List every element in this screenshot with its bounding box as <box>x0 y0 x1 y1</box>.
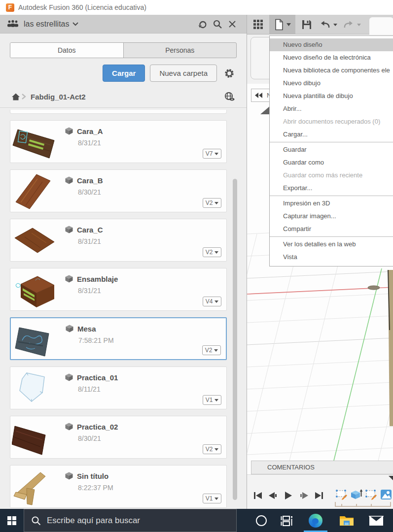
new-folder-button[interactable]: Nueva carpeta <box>150 65 217 82</box>
component-cube-icon <box>65 274 73 283</box>
component-cube-icon <box>65 422 73 431</box>
settings-gear-icon[interactable] <box>222 66 237 81</box>
close-icon[interactable] <box>225 17 240 32</box>
cortana-icon <box>256 515 267 526</box>
data-panel: las estrellitas Datos Personas Cargar <box>0 15 247 509</box>
breadcrumb-chevron-icon <box>21 93 27 100</box>
edge-browser-button[interactable] <box>306 509 325 532</box>
timeline-end-marker <box>389 476 393 483</box>
menu-item-open-recovered: Abrir documentos recuperados (0) <box>270 115 393 128</box>
list-item[interactable]: Practica_01 8/11/21 V1 <box>10 366 227 409</box>
timeline-go-start-button[interactable] <box>252 490 264 501</box>
version-dropdown[interactable]: V2 <box>202 345 221 355</box>
timeline-play-button[interactable] <box>283 490 294 501</box>
version-dropdown[interactable]: V2 <box>203 444 221 454</box>
search-icon[interactable] <box>210 17 225 32</box>
team-name[interactable]: las estrellitas <box>24 20 69 29</box>
panel-tabs: Datos Personas <box>10 42 237 58</box>
list-item[interactable]: Cara_B 8/30/21 V2 <box>10 169 227 212</box>
home-icon[interactable] <box>11 92 21 101</box>
menu-item-upload[interactable]: Cargar... <box>270 128 393 141</box>
caret-down-icon <box>214 448 218 451</box>
cortana-button[interactable] <box>251 509 271 532</box>
menu-separator <box>270 142 393 142</box>
timeline-go-end-button[interactable] <box>313 490 325 501</box>
item-thumbnail <box>11 318 58 359</box>
chevron-down-icon[interactable] <box>72 22 79 26</box>
component-cube-icon <box>65 225 73 234</box>
caret-down-icon <box>214 153 218 155</box>
timeline-extrude-feature-icon[interactable] <box>351 489 362 500</box>
menu-item-save-as[interactable]: Guardar como <box>270 156 393 169</box>
list-item[interactable]: Ensamblaje 8/31/21 V4 <box>10 268 227 311</box>
task-view-button[interactable] <box>277 509 297 532</box>
taskbar-search[interactable]: Escribe aquí para buscar <box>24 509 237 532</box>
caret-down-icon <box>214 349 218 352</box>
item-name: Practica_01 <box>77 373 118 382</box>
data-panel-header: las estrellitas <box>0 15 247 33</box>
menu-item-save[interactable]: Guardar <box>270 143 393 156</box>
version-dropdown[interactable]: V1 <box>203 494 221 503</box>
mail-button[interactable] <box>366 509 386 532</box>
list-item[interactable]: Cara_A 8/31/21 V7 <box>10 120 227 163</box>
menu-item-new-drawing-template[interactable]: Nueva plantilla de dibujo <box>270 90 393 102</box>
title-bar: F Autodesk Fusion 360 (Licencia educativ… <box>0 0 393 15</box>
tab-datos[interactable]: Datos <box>10 43 124 58</box>
scrollbar-thumb[interactable] <box>233 179 237 500</box>
timeline-group-bracket <box>335 501 392 507</box>
item-thumbnail <box>10 170 58 212</box>
list-item[interactable]: Sin título 8:22:37 PM V1 <box>10 465 227 508</box>
upload-button[interactable]: Cargar <box>103 65 145 82</box>
version-dropdown[interactable]: V2 <box>203 247 221 257</box>
menu-item-open[interactable]: Abrir... <box>270 102 393 115</box>
tab-personas[interactable]: Personas <box>124 43 237 58</box>
item-thumbnail <box>10 416 58 458</box>
origin-marker <box>368 286 380 290</box>
comments-bar[interactable]: COMENTARIOS <box>251 461 393 474</box>
file-explorer-button[interactable] <box>337 509 357 532</box>
item-date: 8/30/21 <box>78 434 221 442</box>
component-cube-icon <box>65 373 73 382</box>
folder-icon <box>339 514 354 527</box>
timeline-sketch-feature-icon[interactable] <box>365 489 377 500</box>
timeline-sketch-feature-icon[interactable] <box>336 489 348 500</box>
refresh-icon[interactable] <box>195 17 210 32</box>
start-button[interactable] <box>0 509 24 532</box>
menu-item-view-details-web[interactable]: Ver los detalles en la web <box>270 238 393 251</box>
item-thumbnail <box>10 268 58 310</box>
menu-item-new-component-library[interactable]: Nueva biblioteca de componentes ele <box>270 64 393 77</box>
timeline-canvas-feature-icon[interactable] <box>380 489 392 500</box>
component-cube-icon <box>65 176 73 185</box>
mail-icon <box>369 515 384 527</box>
version-dropdown[interactable]: V4 <box>203 297 221 306</box>
window-title: Autodesk Fusion 360 (Licencia educativa) <box>18 3 146 11</box>
version-dropdown[interactable]: V2 <box>203 198 221 208</box>
breadcrumb-folder[interactable]: Fabdig_01-Act2 <box>31 93 86 101</box>
menu-item-view[interactable]: Vista <box>270 251 393 264</box>
web-globe-icon[interactable] <box>224 92 236 101</box>
canvas-region: N Nuevo diseño Nuevo diseño de la electr… <box>247 15 393 509</box>
timeline-step-back-button[interactable] <box>267 490 279 501</box>
menu-item-capture-image[interactable]: Capturar imagen... <box>270 210 393 223</box>
list-item-selected[interactable]: Mesa 7:58:21 PM V2 <box>10 317 227 360</box>
version-dropdown[interactable]: V1 <box>203 395 221 405</box>
version-dropdown[interactable]: V7 <box>203 149 221 159</box>
menu-item-new-design[interactable]: Nuevo diseño <box>270 38 393 51</box>
timeline-bar <box>247 474 393 509</box>
file-menu: Nuevo diseño Nuevo diseño de la electrón… <box>269 35 393 266</box>
windows-taskbar: Escribe aquí para buscar <box>0 509 393 532</box>
partial-list-item[interactable] <box>10 110 227 114</box>
menu-item-export[interactable]: Exportar... <box>270 182 393 195</box>
menu-item-new-electronics-design[interactable]: Nuevo diseño de la electrónica <box>270 51 393 64</box>
y-axis-green <box>334 268 382 461</box>
menu-item-new-drawing[interactable]: Nuevo dibujo <box>270 77 393 90</box>
list-item[interactable]: Practica_02 8/30/21 V2 <box>10 416 227 459</box>
item-thumbnail <box>10 219 58 261</box>
list-item[interactable]: Cara_C 8/31/21 V2 <box>10 219 227 262</box>
edge-icon <box>309 514 322 528</box>
search-icon <box>31 516 41 526</box>
breadcrumb: Fabdig_01-Act2 <box>11 90 236 103</box>
menu-item-3d-print[interactable]: Impresión en 3D <box>270 197 393 210</box>
timeline-step-forward-button[interactable] <box>298 490 310 501</box>
menu-item-share[interactable]: Compartir <box>270 223 393 235</box>
